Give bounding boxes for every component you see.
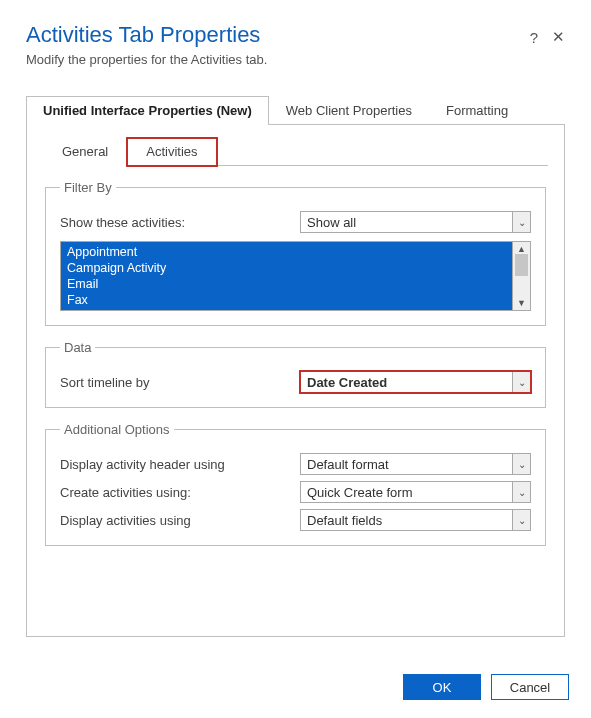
select-display-activities[interactable]: Default fields ⌄ (300, 509, 531, 531)
row-display-activities: Display activities using Default fields … (60, 509, 531, 531)
title-icons: ? ✕ (530, 28, 565, 46)
select-create-activities[interactable]: Quick Create form ⌄ (300, 481, 531, 503)
scroll-track[interactable] (513, 254, 530, 298)
fieldset-filter-by: Filter By Show these activities: Show al… (45, 180, 546, 326)
row-sort-timeline: Sort timeline by Date Created ⌄ (60, 371, 531, 393)
list-item[interactable]: Email (67, 276, 506, 292)
select-value-create-activities: Quick Create form (301, 482, 512, 502)
chevron-down-icon[interactable]: ⌄ (512, 454, 530, 474)
cancel-button[interactable]: Cancel (491, 674, 569, 700)
tab-web-client[interactable]: Web Client Properties (269, 96, 429, 125)
select-value-show-activities: Show all (301, 212, 512, 232)
fieldset-additional-options: Additional Options Display activity head… (45, 422, 546, 546)
footer: OK Cancel (403, 674, 569, 700)
top-tabs: Unified Interface Properties (New) Web C… (26, 95, 565, 125)
close-icon[interactable]: ✕ (552, 28, 565, 46)
tab-panel: General Activities Filter By Show these … (26, 125, 565, 637)
title-row: Activities Tab Properties ? ✕ (26, 22, 565, 48)
legend-filter-by: Filter By (60, 180, 116, 195)
dialog: Activities Tab Properties ? ✕ Modify the… (0, 0, 591, 637)
label-sort-timeline: Sort timeline by (60, 375, 300, 390)
chevron-down-icon[interactable]: ⌄ (512, 510, 530, 530)
row-create-activities: Create activities using: Quick Create fo… (60, 481, 531, 503)
select-value-display-activities: Default fields (301, 510, 512, 530)
help-icon[interactable]: ? (530, 29, 538, 46)
subtab-activities[interactable]: Activities (127, 138, 216, 166)
select-sort-timeline[interactable]: Date Created ⌄ (300, 371, 531, 393)
tab-formatting[interactable]: Formatting (429, 96, 525, 125)
legend-data: Data (60, 340, 95, 355)
label-display-activities: Display activities using (60, 513, 300, 528)
activities-listbox[interactable]: Appointment Campaign Activity Email Fax … (60, 241, 531, 311)
dialog-title: Activities Tab Properties (26, 22, 260, 48)
chevron-down-icon[interactable]: ⌄ (512, 212, 530, 232)
scroll-up-icon[interactable]: ▲ (517, 244, 526, 254)
label-create-activities: Create activities using: (60, 485, 300, 500)
row-display-header: Display activity header using Default fo… (60, 453, 531, 475)
label-display-header: Display activity header using (60, 457, 300, 472)
label-show-activities: Show these activities: (60, 215, 300, 230)
legend-additional-options: Additional Options (60, 422, 174, 437)
tab-unified-interface[interactable]: Unified Interface Properties (New) (26, 96, 269, 125)
activities-list-items[interactable]: Appointment Campaign Activity Email Fax (61, 242, 512, 310)
select-display-header[interactable]: Default format ⌄ (300, 453, 531, 475)
scroll-thumb[interactable] (515, 254, 528, 276)
sub-tabs: General Activities (43, 137, 548, 166)
scrollbar[interactable]: ▲ ▼ (512, 242, 530, 310)
list-item[interactable]: Fax (67, 292, 506, 308)
dialog-subtitle: Modify the properties for the Activities… (26, 52, 565, 67)
select-value-display-header: Default format (301, 454, 512, 474)
list-item[interactable]: Campaign Activity (67, 260, 506, 276)
chevron-down-icon[interactable]: ⌄ (512, 372, 530, 392)
row-show-activities: Show these activities: Show all ⌄ (60, 211, 531, 233)
select-show-activities[interactable]: Show all ⌄ (300, 211, 531, 233)
ok-button[interactable]: OK (403, 674, 481, 700)
fieldset-data: Data Sort timeline by Date Created ⌄ (45, 340, 546, 408)
list-item[interactable]: Appointment (67, 244, 506, 260)
select-value-sort-timeline: Date Created (301, 372, 512, 392)
scroll-down-icon[interactable]: ▼ (517, 298, 526, 308)
chevron-down-icon[interactable]: ⌄ (512, 482, 530, 502)
subtab-general[interactable]: General (43, 138, 127, 166)
